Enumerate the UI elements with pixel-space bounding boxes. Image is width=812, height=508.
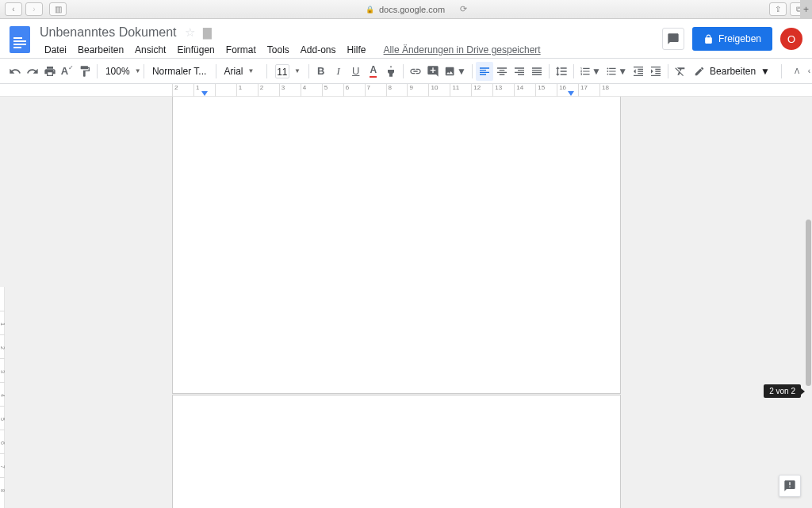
vertical-scrollbar[interactable] [802, 97, 812, 508]
spellcheck-button[interactable]: A✓ [59, 62, 76, 81]
page-1[interactable] [172, 97, 621, 394]
menu-addons[interactable]: Add-ons [296, 43, 341, 57]
page-indicator-tooltip: 2 von 2 [764, 384, 801, 398]
horizontal-ruler[interactable]: 21123456789101112131415161718 [0, 84, 812, 97]
comments-button[interactable] [662, 28, 684, 50]
underline-button[interactable]: U [347, 62, 365, 81]
highlight-button[interactable] [382, 62, 400, 81]
bold-button[interactable]: B [312, 62, 330, 81]
menu-einfuegen[interactable]: Einfügen [172, 43, 219, 57]
redo-button[interactable] [24, 62, 41, 81]
browser-toolbar: ‹ › ▥ 🔒 docs.google.com ⟳ ⇪ ⧉ [0, 0, 812, 19]
star-icon[interactable]: ☆ [185, 25, 195, 40]
back-button[interactable]: ‹ [5, 2, 22, 16]
menu-ansicht[interactable]: Ansicht [130, 43, 170, 57]
sidebar-collapse-icon[interactable]: ‹ [808, 67, 810, 75]
insert-link-button[interactable] [407, 62, 424, 81]
forward-button[interactable]: › [25, 2, 43, 16]
align-center-button[interactable] [493, 62, 511, 81]
address-bar[interactable]: docs.google.com [379, 5, 445, 14]
zoom-dropdown[interactable]: 100%▼ [101, 62, 140, 81]
paragraph-style-dropdown[interactable]: Normaler T...▼ [147, 62, 213, 81]
font-dropdown[interactable]: Arial▼ [220, 62, 263, 81]
sidebar-toggle[interactable]: ▥ [49, 2, 67, 16]
numbered-list-button[interactable]: ▼ [577, 62, 603, 81]
lock-icon: 🔒 [366, 6, 374, 13]
new-tab-button[interactable]: + [800, 0, 812, 19]
document-scroll-area[interactable] [5, 97, 812, 508]
pencil-icon [694, 66, 705, 77]
save-status[interactable]: Alle Änderungen in Drive gespeichert [384, 44, 541, 55]
font-size[interactable]: 11▼ [270, 62, 305, 81]
account-avatar[interactable]: O [780, 28, 802, 50]
increase-indent-button[interactable] [647, 62, 665, 81]
menu-bearbeiten[interactable]: Bearbeiten [73, 43, 128, 57]
paint-format-button[interactable] [76, 62, 94, 81]
page-2[interactable] [172, 395, 621, 508]
menu-hilfe[interactable]: Hilfe [343, 43, 371, 57]
move-folder-icon[interactable]: ▇ [203, 26, 212, 39]
docs-home-icon[interactable] [8, 24, 32, 55]
document-title[interactable]: Unbenanntes Dokument [40, 25, 177, 40]
menu-bar: Datei Bearbeiten Ansicht Einfügen Format… [40, 43, 662, 57]
lock-icon [703, 34, 714, 44]
align-justify-button[interactable] [528, 62, 546, 81]
line-spacing-button[interactable] [553, 62, 570, 81]
align-left-button[interactable] [476, 62, 493, 81]
italic-button[interactable]: I [330, 62, 347, 81]
document-canvas: 12345678 2 von 2 [0, 97, 812, 508]
align-right-button[interactable] [511, 62, 528, 81]
insert-image-button[interactable]: ▼ [442, 62, 469, 81]
scrollbar-thumb[interactable] [806, 220, 811, 386]
bulleted-list-button[interactable]: ▼ [603, 62, 630, 81]
docs-header: Unbenanntes Dokument ☆ ▇ Datei Bearbeite… [0, 19, 812, 59]
reload-button[interactable]: ⟳ [456, 4, 470, 14]
menu-tools[interactable]: Tools [262, 43, 294, 57]
share-button[interactable]: Freigeben [692, 27, 772, 51]
formatting-toolbar: A✓ 100%▼ Normaler T...▼ Arial▼ 11▼ B I U… [0, 59, 812, 84]
share-label: Freigeben [718, 33, 761, 44]
decrease-indent-button[interactable] [630, 62, 647, 81]
collapse-toolbar-button[interactable]: ᐱ [788, 62, 806, 81]
explore-button[interactable] [779, 475, 801, 497]
editing-mode-dropdown[interactable]: Bearbeiten ▼ [689, 66, 775, 77]
share-button-browser[interactable]: ⇪ [769, 2, 787, 16]
print-button[interactable] [41, 62, 59, 81]
menu-format[interactable]: Format [221, 43, 261, 57]
menu-datei[interactable]: Datei [40, 43, 71, 57]
text-color-button[interactable]: A [365, 62, 382, 81]
clear-formatting-button[interactable] [672, 62, 689, 81]
insert-comment-button[interactable] [424, 62, 442, 81]
undo-button[interactable] [6, 62, 24, 81]
